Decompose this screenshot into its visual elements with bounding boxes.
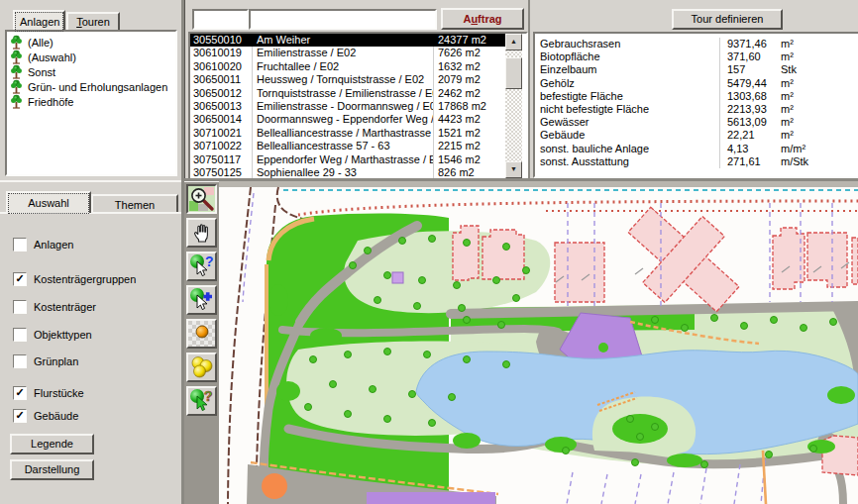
cluster-symbol-icon xyxy=(189,354,215,380)
checkbox-gebaeude[interactable]: ✓ Gebäude xyxy=(13,409,78,423)
table-row[interactable]: 30710022 Bellealliancestrasse 57 - 63 22… xyxy=(190,140,505,152)
table-row[interactable]: 30550010 Am Weiher 24377 m2 xyxy=(190,34,505,47)
table-row[interactable]: 30650013 Emilienstrasse - Doormannsweg /… xyxy=(190,100,505,113)
balance-label: Gehölz xyxy=(535,77,720,90)
legende-button-label: Legende xyxy=(31,438,73,450)
table-row[interactable]: 30610019 Emilienstrasse / E02 7626 m2 xyxy=(190,47,505,59)
search-id-input[interactable] xyxy=(192,9,249,30)
auftrag-button[interactable]: Auftrag xyxy=(441,8,524,30)
row-id: 30650014 xyxy=(190,113,253,126)
checkbox-box[interactable] xyxy=(13,328,27,342)
identify-feature-icon: ? xyxy=(189,253,215,279)
map-drawing xyxy=(219,181,858,504)
balance-label: sonst. bauliche Anlage xyxy=(535,143,720,155)
table-row[interactable]: 30650014 Doormannsweg - Eppendorfer Weg … xyxy=(190,113,505,126)
row-area: 7626 m2 xyxy=(434,47,505,59)
checkbox-box[interactable]: ✓ xyxy=(13,386,27,400)
balance-value: 5613,09 xyxy=(720,116,777,129)
tab-anlagen[interactable]: Anlagen xyxy=(13,10,65,30)
balance-value: 22,21 xyxy=(720,129,777,142)
point-symbol-icon xyxy=(189,321,215,347)
row-id: 30610020 xyxy=(190,60,253,73)
checkbox-label: Anlagen xyxy=(34,239,73,251)
scroll-thumb[interactable] xyxy=(505,57,522,89)
tree-icon xyxy=(10,64,23,79)
checkbox-anlagen[interactable]: Anlagen xyxy=(13,238,73,252)
query-feature-icon: ? xyxy=(189,388,215,414)
table-row[interactable]: 30710021 Bellealliancestrasse / Marthast… xyxy=(190,127,505,140)
darstellung-button[interactable]: Darstellung xyxy=(10,459,94,480)
point-symbol-tool[interactable] xyxy=(186,319,217,349)
balance-label: befestigte Fläche xyxy=(535,90,720,103)
checkbox-gruenplan[interactable]: Grünplan xyxy=(13,354,78,368)
checkbox-kostentraeger[interactable]: Kostenträger xyxy=(13,300,96,314)
object-table-scrollbar[interactable]: ▲ ▼ xyxy=(505,34,522,176)
tree-item[interactable]: Grün- und Erholungsanlagen xyxy=(8,79,175,94)
row-name: Bellealliancestrasse 57 - 63 xyxy=(253,140,434,152)
row-name: Fruchtallee / E02 xyxy=(253,60,434,73)
checkbox-flurstuecke[interactable]: ✓ Flurstücke xyxy=(13,386,84,400)
tour-definieren-button[interactable]: Tour definieren xyxy=(672,9,783,30)
checkbox-label: Grünplan xyxy=(34,355,78,367)
zoom-in-tool[interactable] xyxy=(186,184,217,214)
row-name: Heussweg / Tornquiststrasse / E02 xyxy=(253,73,434,86)
checkbox-label: Kostenträger xyxy=(34,301,96,313)
tree-item[interactable]: (Auswahl) xyxy=(8,50,175,64)
balance-unit: m/Stk xyxy=(777,155,808,168)
row-area: 1632 m2 xyxy=(434,60,505,73)
tab-auswahl[interactable]: Auswahl xyxy=(6,191,91,213)
tree-icon xyxy=(10,35,23,50)
tab-themen[interactable]: Themen xyxy=(91,194,178,213)
tab-themen-label: Themen xyxy=(115,199,155,211)
scroll-down-icon[interactable]: ▼ xyxy=(505,161,522,178)
checkbox-box[interactable] xyxy=(13,354,27,368)
query-feature-tool[interactable]: ? xyxy=(186,386,217,416)
tree-item[interactable]: (Alle) xyxy=(8,35,175,50)
row-id: 30650011 xyxy=(190,73,253,86)
checkbox-box[interactable]: ✓ xyxy=(13,272,27,286)
balance-divider xyxy=(528,0,530,180)
balance-row: befestigte Fläche 1303,68 m² xyxy=(535,90,858,103)
tab-touren[interactable]: Touren xyxy=(66,12,120,30)
row-name: Bellealliancestrasse / Marthastrasse / E xyxy=(253,127,434,140)
checkbox-objekttypen[interactable]: Objekttypen xyxy=(13,328,92,342)
balance-table[interactable]: Gebrauchsrasen 9371,46 m² Biotopfläche 3… xyxy=(533,32,858,178)
facility-tree-list[interactable]: (Alle) (Auswahl) Sonst Grün- und Erholun… xyxy=(5,30,177,176)
map-canvas[interactable] xyxy=(219,181,858,504)
balance-row: Einzelbaum 157 Stk xyxy=(535,63,858,76)
object-table[interactable]: 30550010 Am Weiher 24377 m2 30610019 Emi… xyxy=(188,32,528,182)
balance-label: Gebrauchsrasen xyxy=(535,38,720,50)
add-feature-tool[interactable] xyxy=(186,285,217,315)
identify-feature-tool[interactable]: ? xyxy=(186,252,217,281)
balance-value: 2213,93 xyxy=(720,103,777,116)
checkbox-kostentraegergruppen[interactable]: ✓ Kostenträgergruppen xyxy=(13,272,136,286)
tree-icon xyxy=(10,79,23,94)
table-row[interactable]: 30610020 Fruchtallee / E02 1632 m2 xyxy=(190,60,505,73)
balance-row: sonst. bauliche Anlage 4,13 m/m² xyxy=(535,143,858,155)
balance-value: 1303,68 xyxy=(720,90,777,103)
table-row[interactable]: 30750117 Eppendorfer Weg / Marthastrasse… xyxy=(190,153,505,166)
checkbox-box[interactable] xyxy=(13,300,27,314)
scroll-up-icon[interactable]: ▲ xyxy=(505,34,522,50)
pan-tool[interactable] xyxy=(186,218,217,248)
zoom-in-icon xyxy=(189,186,215,212)
balance-value: 4,13 xyxy=(720,143,777,155)
row-area: 2462 m2 xyxy=(434,87,505,100)
balance-value: 5479,44 xyxy=(720,77,777,90)
row-name: Emilienstrasse - Doormannsweg / E02 xyxy=(253,100,434,113)
checkbox-label: Objekttypen xyxy=(34,329,92,341)
table-row[interactable]: 30650012 Tornquiststrasse / Emilienstras… xyxy=(190,87,505,100)
row-area: 24377 m2 xyxy=(434,34,505,47)
row-id: 30750117 xyxy=(190,153,253,166)
tree-item-label: (Alle) xyxy=(28,37,54,49)
tree-item[interactable]: Sonst xyxy=(8,64,175,79)
legende-button[interactable]: Legende xyxy=(10,434,94,454)
row-name: Tornquiststrasse / Emilienstrasse / E02 xyxy=(253,87,434,100)
cluster-symbol-tool[interactable] xyxy=(186,353,217,382)
checkbox-box[interactable] xyxy=(13,238,27,252)
table-row[interactable]: 30650011 Heussweg / Tornquiststrasse / E… xyxy=(190,73,505,86)
checkbox-box[interactable]: ✓ xyxy=(13,409,27,423)
checkbox-label: Gebäude xyxy=(34,410,78,422)
search-name-input[interactable] xyxy=(249,9,437,30)
tree-item[interactable]: Friedhöfe xyxy=(8,94,175,109)
